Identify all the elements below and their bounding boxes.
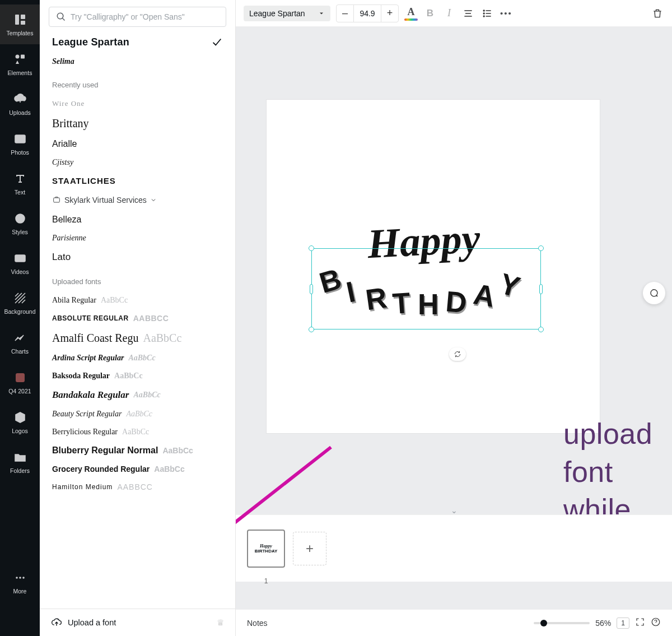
nav-charts[interactable]: Charts [0, 323, 40, 363]
svg-point-22 [483, 13, 484, 14]
notes-button[interactable]: Notes [247, 619, 268, 628]
font-u1[interactable]: ABSOLUTE REGULARAABBCC [52, 309, 223, 327]
fullscreen-button[interactable] [635, 617, 645, 629]
page-indicator[interactable]: 1 [617, 618, 629, 629]
nav-videos[interactable]: Videos [0, 243, 40, 283]
handle-bl[interactable] [309, 327, 314, 332]
canvas[interactable]: Happy B I R T H D A Y [267, 100, 600, 433]
font-lato[interactable]: Lato [52, 247, 223, 267]
page-number: 1 [264, 577, 268, 585]
nav-photos[interactable]: Photos [0, 124, 40, 164]
nav-uploads[interactable]: Uploads [0, 84, 40, 124]
font-belleza[interactable]: Belleza [52, 210, 223, 229]
font-cjistsy[interactable]: Cjistsy [52, 154, 223, 171]
font-wireone[interactable]: Wire One [52, 95, 223, 113]
font-u8[interactable]: Bluberry Regular NormalAaBbCc [52, 441, 223, 460]
zoom-slider[interactable] [534, 622, 590, 624]
font-u4[interactable]: Baksoda RegularAaBbCc [52, 367, 223, 385]
nav-text[interactable]: Text [0, 164, 40, 203]
font-selima[interactable]: Selima [52, 53, 223, 71]
section-uploaded: Uploaded fonts [52, 267, 223, 291]
align-button[interactable] [461, 7, 475, 20]
delete-button[interactable] [651, 7, 664, 20]
font-u5[interactable]: Bandakala RegularAaBbCc [52, 385, 223, 405]
svg-marker-16 [16, 412, 25, 423]
handle-tl[interactable] [309, 245, 314, 251]
svg-point-19 [22, 577, 25, 579]
handle-ml[interactable] [310, 284, 313, 294]
add-page-button[interactable]: + [293, 532, 326, 565]
text-color-button[interactable]: A [404, 7, 418, 20]
zoom-percent[interactable]: 56% [595, 619, 611, 628]
size-plus[interactable]: + [381, 7, 398, 19]
collapse-pages-bar[interactable]: ⌄ [236, 506, 672, 515]
canvas-area[interactable]: Happy B I R T H D A Y [236, 27, 672, 636]
svg-rect-15 [16, 373, 25, 382]
font-u2[interactable]: Amalfi Coast ReguAaBbCc [52, 327, 223, 349]
toolbar: League Spartan – 94.9 + A B I ••• [236, 0, 672, 27]
section-recent: Recently used [52, 71, 223, 95]
nav-background[interactable]: Background [0, 283, 40, 323]
bottom-bar: Notes 56% 1 [236, 609, 672, 636]
svg-rect-1 [21, 15, 25, 19]
handle-br[interactable] [538, 327, 544, 332]
chevron-down-icon [318, 10, 325, 17]
font-staatliches[interactable]: STAATLICHES [52, 171, 223, 190]
svg-point-11 [22, 217, 23, 218]
nav-more[interactable]: More [0, 563, 40, 602]
font-dropdown[interactable]: League Spartan [244, 6, 330, 21]
selected-font[interactable]: League Spartan [52, 36, 129, 48]
rotate-handle[interactable] [449, 347, 466, 361]
nav-elements[interactable]: Elements [0, 44, 40, 84]
svg-point-17 [16, 577, 18, 579]
search-input[interactable] [71, 12, 219, 21]
nav-templates[interactable]: Templates [0, 4, 40, 44]
font-list[interactable]: Selima Recently used Wire One Brittany A… [40, 53, 235, 609]
handle-mr[interactable] [539, 284, 543, 294]
nav-folders[interactable]: Folders [0, 442, 40, 482]
nav-styles[interactable]: Styles [0, 203, 40, 243]
bold-button[interactable]: B [423, 7, 437, 20]
help-button[interactable] [651, 617, 661, 629]
font-u7[interactable]: Berrylicious RegularAaBbCc [52, 423, 223, 441]
font-size-group: – 94.9 + [336, 4, 399, 22]
nav-logos[interactable]: Logos [0, 402, 40, 442]
search-icon [56, 12, 66, 22]
font-u3[interactable]: Ardina Script RegularAaBbCc [52, 349, 223, 367]
brand-icon [52, 196, 61, 205]
svg-point-3 [15, 54, 19, 58]
page-thumb-1[interactable]: Happy BIRTHDAY [247, 530, 285, 568]
upload-font-button[interactable]: Upload a font ♕ [40, 609, 235, 636]
pages-row: Happy BIRTHDAY 1 + [236, 514, 672, 582]
font-u0[interactable]: Abila RegularAaBbCc [52, 291, 223, 309]
handle-tr[interactable] [538, 245, 544, 251]
font-u6[interactable]: Beauty Script RegularAaBbCc [52, 405, 223, 423]
font-parisienne[interactable]: Parisienne [52, 229, 223, 247]
svg-point-7 [17, 137, 19, 138]
svg-point-23 [483, 16, 484, 17]
list-button[interactable] [480, 7, 494, 20]
brand-kit-row[interactable]: Skylark Virtual Services [52, 190, 223, 210]
font-brittany[interactable]: Brittany [52, 113, 223, 134]
size-value[interactable]: 94.9 [353, 5, 381, 22]
svg-rect-0 [15, 15, 19, 25]
svg-point-9 [17, 217, 18, 218]
font-u10[interactable]: Hamilton MediumAABBCC [52, 478, 223, 496]
comment-fab[interactable] [643, 282, 665, 304]
left-nav: Templates Elements Uploads Photos Text S… [0, 0, 40, 636]
svg-point-10 [20, 216, 21, 217]
crown-icon: ♕ [217, 618, 224, 627]
chevron-down-icon [150, 197, 157, 203]
svg-point-21 [483, 10, 484, 11]
svg-marker-5 [16, 61, 19, 64]
font-search[interactable] [49, 7, 226, 27]
font-panel: League Spartan Selima Recently used Wire… [40, 0, 236, 636]
more-button[interactable]: ••• [500, 7, 513, 20]
svg-point-12 [20, 219, 22, 221]
selection-box[interactable] [311, 248, 541, 329]
font-u9[interactable]: Grocery Rounded RegularAaBbCc [52, 460, 223, 478]
font-arialle[interactable]: Arialle [52, 134, 223, 154]
nav-q4[interactable]: Q4 2021 [0, 363, 40, 402]
size-minus[interactable]: – [337, 7, 353, 19]
italic-button[interactable]: I [442, 7, 456, 20]
